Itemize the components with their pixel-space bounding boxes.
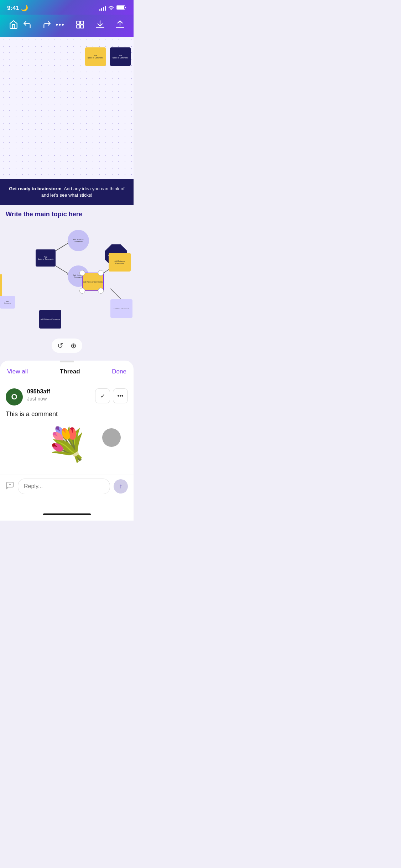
undo-button[interactable] [21,18,33,31]
handle-br[interactable] [98,288,104,294]
comment-time: Just now [27,396,50,402]
connector-lines [0,221,134,356]
send-icon: ↑ [119,482,123,490]
sheet-handle [60,361,74,362]
comment-more-button[interactable]: ••• [113,388,128,403]
canvas-area[interactable]: AddNotes or Comments AddNotes or Comment… [0,37,134,179]
home-button[interactable] [7,18,20,31]
reply-input[interactable] [18,479,110,494]
toolbar: ••• [0,15,134,37]
comment-left: O 095b3aff Just now [6,388,50,405]
topic-heading: Write the main topic here [0,205,134,221]
status-time: 9:41 🌙 [7,4,28,12]
home-indicator [0,508,134,521]
status-icons [99,5,126,11]
svg-rect-6 [80,25,84,28]
sticky-note-yellow-1[interactable]: AddNotes or Comments [85,47,106,66]
avatar: O [6,388,23,405]
wifi-icon [108,5,114,11]
toolbar-history-group [21,18,53,31]
move-button[interactable]: ⊕ [71,341,77,350]
svg-rect-2 [125,7,126,8]
banner-bold: Get ready to brainstorm [9,186,61,191]
comment-section: O 095b3aff Just now ✓ ••• This is a comm… [0,381,134,474]
home-bar [43,513,91,515]
signal-icon [99,6,106,11]
sheet-header: View all Thread Done [0,364,134,381]
view-all-button[interactable]: View all [7,368,28,375]
comment-actions: ✓ ••• [95,388,128,403]
reply-icon [6,481,14,492]
svg-rect-1 [117,6,124,9]
check-icon: ✓ [100,393,105,399]
resolve-button[interactable]: ✓ [95,388,110,403]
done-button[interactable]: Done [112,368,126,375]
canvas-controls: ↺ ⊕ [52,339,82,353]
sticky-dark-2[interactable]: Add Notes or Comments [39,310,61,329]
svg-point-11 [9,484,11,485]
send-button[interactable]: ↑ [114,479,128,494]
mindmap-area[interactable]: AddComments AddNotes or Comments Add Not… [0,221,134,356]
moon-icon: 🌙 [21,4,28,12]
thread-title: Thread [60,368,80,375]
more-button[interactable]: ••• [54,18,67,31]
download-button[interactable] [94,18,106,31]
svg-rect-5 [77,25,80,28]
flower-sticker: 💐 [47,428,87,460]
circle-node-1[interactable]: Add Notes or Comments [68,230,89,251]
avatar-letter: O [11,392,17,402]
more-icon: ••• [118,393,124,399]
reply-area: ↑ [0,475,134,498]
rotate-button[interactable]: ↺ [57,341,63,350]
svg-rect-3 [77,21,80,24]
comment-header: O 095b3aff Just now ✓ ••• [6,388,128,405]
sticky-dark-mindmap[interactable]: AddNotes or Comments [36,249,56,267]
share-button[interactable] [114,18,126,31]
battery-icon [116,5,126,11]
sticky-light-1[interactable]: AddComments [0,296,15,309]
yellow-strip [0,274,2,296]
svg-rect-4 [80,21,84,24]
emoji-area: 💐 [6,425,128,467]
gray-circle [102,428,121,447]
sticky-yellow-mindmap[interactable]: Add Notes or Comments [109,253,131,272]
comment-username: 095b3aff [27,388,50,395]
topic-text: Write the main topic here [6,211,82,218]
redo-button[interactable] [41,18,53,31]
toolbar-right-group: ••• [54,18,126,31]
layers-button[interactable] [74,18,87,31]
banner: Get ready to brainstorm. Add any idea yo… [0,179,134,205]
sticky-note-dark-1[interactable]: AddNotes or Comments [110,47,131,66]
comment-text: This is a comment [6,410,128,419]
time-display: 9:41 [7,5,19,12]
sticky-light-2[interactable]: Add Notes or Comments [110,299,132,318]
handle-bl[interactable] [79,288,85,294]
status-bar: 9:41 🌙 [0,0,134,15]
bottom-sheet: View all Thread Done O 095b3aff Just now… [0,361,134,508]
comment-meta: 095b3aff Just now [27,388,50,402]
